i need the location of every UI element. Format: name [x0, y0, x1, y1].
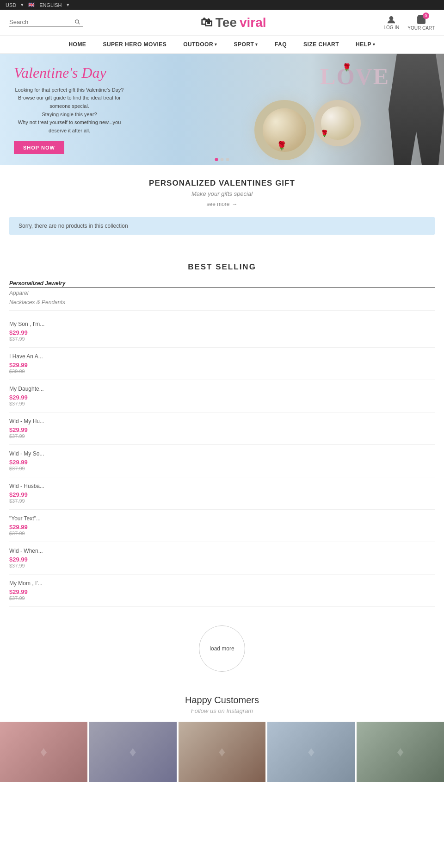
product-name: Wld - My Hu... [9, 418, 44, 425]
product-original-price: $37.99 [9, 563, 25, 568]
product-item[interactable]: Wld - My So... $29.99 $37.99 [9, 445, 435, 477]
language-arrow: ▾ [67, 2, 69, 8]
product-name: "Your Text"... [9, 515, 41, 522]
product-name: Wld - When... [9, 548, 43, 554]
product-original-price: $39.99 [9, 368, 25, 374]
rose-2: 🌹 [321, 130, 328, 137]
search-input[interactable] [9, 19, 74, 25]
product-original-price: $37.99 [9, 336, 25, 342]
see-more-link[interactable]: see more → [206, 201, 237, 207]
personalized-title: PERSONALIZED VALENTINES GIFT [9, 179, 435, 188]
ring-medium [314, 100, 361, 146]
cart-button[interactable]: 0 YOUR CART [407, 14, 435, 31]
logo[interactable]: 🛍 Teeviral [201, 15, 266, 30]
letter-v: V [356, 63, 372, 90]
product-original-price: $37.99 [9, 498, 25, 504]
currency-selector[interactable]: USD [6, 2, 16, 8]
personalized-section: PERSONALIZED VALENTINES GIFT Make your g… [0, 165, 444, 212]
shop-now-button[interactable]: SHOP NOW [14, 141, 64, 154]
alert-banner: Sorry, there are no products in this col… [9, 217, 435, 235]
logo-bag-icon: 🛍 [201, 15, 213, 30]
product-sale-price: $29.99 [9, 459, 28, 466]
cart-label: YOUR CART [407, 25, 435, 31]
instagram-photo-4[interactable] [267, 722, 355, 782]
product-name: My Daughte... [9, 386, 44, 392]
letter-e: E [373, 63, 388, 90]
happy-customers-section: Happy Customers Follow us on Instagram [0, 686, 444, 787]
top-bar: USD ▾ 🇬🇧 ENGLISH ▾ [0, 0, 444, 10]
product-name: Wld - Husba... [9, 483, 44, 489]
product-sale-price: $29.99 [9, 362, 28, 368]
product-original-price: $37.99 [9, 531, 25, 536]
main-nav: HOME SUPER HERO MOVIES OUTDOOR ▾ SPORT ▾… [0, 36, 444, 54]
personalized-subtitle: Make your gifts special [9, 190, 435, 197]
product-item[interactable]: My Son , I'm... $29.99 $37.99 [9, 315, 435, 348]
product-list: My Son , I'm... $29.99 $37.99 I Have An … [9, 315, 435, 607]
flag-icon: 🇬🇧 [28, 2, 35, 8]
product-sale-price: $29.99 [9, 491, 28, 498]
load-more-button[interactable]: load more [199, 625, 245, 672]
best-selling-title: BEST SELLING [9, 262, 435, 272]
instagram-photo-1[interactable] [0, 722, 87, 782]
nav-sport[interactable]: SPORT ▾ [226, 36, 266, 53]
product-sale-price: $29.99 [9, 426, 28, 433]
currency-arrow: ▾ [21, 2, 24, 8]
letter-l: L [320, 63, 335, 90]
product-item[interactable]: Wld - My Hu... $29.99 $37.99 [9, 412, 435, 445]
product-original-price: $37.99 [9, 466, 25, 471]
product-name: My Mom , I'... [9, 580, 43, 587]
category-tabs: Personalized Jewelry Apparel Necklaces &… [9, 279, 435, 311]
rose-1: 🌹 [277, 141, 287, 151]
product-item[interactable]: Wld - Husba... $29.99 $37.99 [9, 477, 435, 510]
nav-size-chart[interactable]: SIZE CHART [295, 36, 347, 53]
product-original-price: $37.99 [9, 433, 25, 439]
instagram-photo-3[interactable] [179, 722, 266, 782]
svg-point-0 [390, 17, 393, 20]
product-original-price: $37.99 [9, 401, 25, 406]
help-arrow: ▾ [373, 42, 376, 47]
outdoor-arrow: ▾ [215, 42, 217, 47]
nav-home[interactable]: HOME [60, 36, 94, 53]
header-actions: LOG IN 0 YOUR CART [383, 14, 435, 31]
search-icon[interactable] [74, 19, 80, 25]
cat-tab-necklaces[interactable]: Necklaces & Pendants [9, 298, 435, 306]
header: 🛍 Teeviral LOG IN 0 YOUR CART [0, 10, 444, 36]
sport-arrow: ▾ [255, 42, 258, 47]
product-sale-price: $29.99 [9, 329, 28, 336]
cat-tab-jewelry[interactable]: Personalized Jewelry [9, 279, 435, 288]
cart-badge: 0 [416, 14, 426, 25]
language-selector[interactable]: ENGLISH [39, 2, 62, 8]
happy-customers-subtitle: Follow us on Instagram [0, 707, 444, 714]
logo-tee: Tee [216, 15, 237, 30]
user-icon [386, 15, 396, 25]
search-container [9, 19, 83, 27]
product-item[interactable]: I Have An A... $29.99 $39.99 [9, 348, 435, 380]
best-selling-section: BEST SELLING Personalized Jewelry Appare… [0, 253, 444, 612]
product-item[interactable]: My Daughte... $29.99 $37.99 [9, 380, 435, 412]
instagram-grid [0, 722, 444, 782]
instagram-photo-5[interactable] [357, 722, 444, 782]
hero-banner: Valentine's Day Looking for that perfect… [0, 54, 444, 165]
product-item[interactable]: Wld - When... $29.99 $37.99 [9, 542, 435, 575]
nav-help[interactable]: HELP ▾ [347, 36, 384, 53]
logo-viral: viral [240, 15, 266, 30]
product-sale-price: $29.99 [9, 394, 28, 401]
ring-large [254, 100, 314, 160]
leggings-display [388, 54, 444, 165]
product-name: I Have An A... [9, 353, 43, 360]
nav-outdoor[interactable]: OUTDOOR ▾ [175, 36, 225, 53]
happy-customers-title: Happy Customers [0, 695, 444, 706]
product-sale-price: $29.99 [9, 556, 28, 563]
spacer [0, 239, 444, 253]
product-item[interactable]: My Mom , I'... $29.99 $37.99 [9, 575, 435, 607]
nav-super-hero[interactable]: SUPER HERO MOVIES [94, 36, 175, 53]
product-item[interactable]: "Your Text"... $29.99 $37.99 [9, 510, 435, 542]
instagram-photo-2[interactable] [89, 722, 177, 782]
product-name: My Son , I'm... [9, 321, 44, 327]
rose-3: 🌹 [342, 63, 352, 72]
nav-faq[interactable]: FAQ [266, 36, 295, 53]
love-letters: L O V E [320, 63, 388, 90]
hero-description: Looking for that perfect gift this Valen… [14, 86, 125, 135]
cat-tab-apparel[interactable]: Apparel [9, 289, 435, 297]
login-button[interactable]: LOG IN [383, 15, 399, 30]
